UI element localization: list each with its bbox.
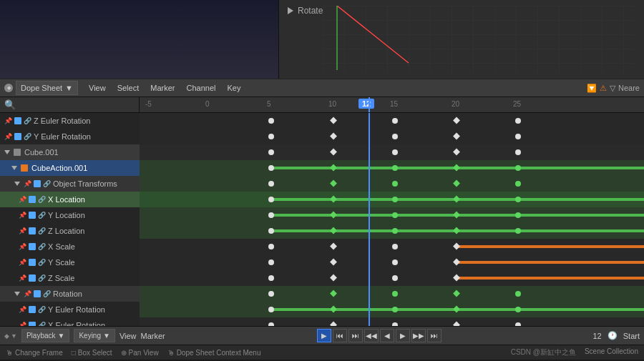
keyframe [330, 227, 337, 234]
menu-marker[interactable]: Marker [145, 82, 180, 94]
table-row: 📌 🔗 Z Scale [0, 270, 644, 286]
link-icon: 🔗 [24, 117, 31, 124]
cursor-line [369, 270, 370, 286]
keyframe [268, 244, 274, 249]
keyframe [268, 228, 274, 234]
pin-icon: 📌 [4, 117, 12, 124]
keyframe [392, 181, 398, 187]
row-label-y-scale: 📌 🔗 Y Scale [0, 254, 140, 270]
keyframe [453, 164, 460, 172]
bottom-right: 12 🕐 Start [593, 331, 640, 340]
ruler-left: 🔍 [0, 97, 140, 113]
next-frame-button[interactable]: ▶▶ [411, 329, 426, 342]
row-text: X Location [48, 195, 85, 204]
menu-channel[interactable]: Channel [181, 82, 220, 94]
keyframe [268, 165, 274, 171]
prev-frame-button[interactable]: ◀◀ [364, 329, 379, 342]
frame-counter: 12 [593, 332, 602, 340]
keyframe [392, 149, 398, 155]
keyframe [453, 306, 460, 313]
view-label[interactable]: View [119, 332, 137, 340]
keyframe [515, 165, 521, 171]
channel-x-euler-rot [140, 317, 644, 326]
cursor-line [369, 239, 370, 254]
prev-key-button[interactable]: ◀ [380, 329, 394, 342]
row-text: Z Location [48, 227, 84, 235]
table-row: 📌 🔗 Object Transforms [0, 176, 644, 192]
header-right: 🔽 ⚠ ▽ Neare [587, 84, 640, 93]
cursor-line [369, 160, 370, 176]
play-button[interactable]: ▶ [317, 329, 331, 342]
keyframe [330, 180, 337, 187]
keying-button[interactable]: Keying ▼ [74, 329, 114, 342]
playback-button[interactable]: Playback ▼ [21, 329, 69, 342]
link-icon: 🔗 [43, 290, 51, 297]
channel-z-location [140, 223, 644, 239]
ruler-num-15: 15 [390, 100, 398, 108]
header-bar: ◆ Dope Sheet ▼ View Select Marker Channe… [0, 79, 644, 97]
cursor-line [369, 192, 370, 207]
pan-view-label: Pan View [129, 349, 159, 357]
checkbox-icon [29, 212, 36, 219]
keyframe [268, 322, 274, 326]
checkbox-icon [34, 180, 41, 187]
link-icon: 🔗 [43, 180, 51, 187]
table-row: 📌 🔗 X Scale [0, 239, 644, 254]
keyframe [392, 291, 398, 297]
keyframe [392, 307, 398, 312]
menu-key[interactable]: Key [222, 82, 245, 94]
cursor-line [369, 302, 370, 317]
jump-end-button[interactable]: ⏭ [348, 329, 363, 342]
keyframe [453, 133, 460, 140]
clock-icon: 🕐 [608, 331, 618, 340]
pin-icon: 📌 [19, 196, 26, 203]
last-frame-button[interactable]: ⏭ [427, 329, 441, 342]
keyframe [392, 228, 398, 234]
keyframe [268, 181, 274, 187]
checkbox-icon [29, 259, 36, 266]
marker-label[interactable]: Marker [141, 332, 165, 340]
row-text: X Euler Rotation [48, 321, 105, 326]
ruler-num-5: 5 [267, 100, 271, 108]
orange-bar [457, 245, 644, 248]
keyframe [330, 149, 337, 156]
start-label: Start [623, 332, 640, 340]
status-right: CSDN @新缸中之鱼 Scene Collection [511, 347, 638, 357]
menu-select[interactable]: Select [112, 82, 145, 94]
box-icon: □ [72, 349, 76, 357]
link-icon: 🔗 [38, 212, 46, 219]
keyframe [392, 244, 398, 249]
keyframe [515, 181, 521, 187]
context-icon: 🖱 [167, 349, 175, 357]
keyframe [515, 149, 521, 155]
table-row: 📌 🔗 Y Scale [0, 254, 644, 270]
keyframe [268, 197, 274, 202]
row-label-x-location: 📌 🔗 X Location [0, 192, 140, 207]
link-icon: 🔗 [38, 306, 46, 313]
row-label-x-euler-rot: 📌 🔗 X Euler Rotation [0, 317, 140, 326]
channel-x-location [140, 192, 644, 207]
search-box-area[interactable]: 🔍 [4, 99, 139, 110]
mode-selector[interactable]: Dope Sheet ▼ [16, 81, 78, 95]
keyframe [330, 212, 337, 219]
keyframe [453, 212, 460, 219]
pin-icon: 📌 [19, 322, 26, 326]
menu-view[interactable]: View [84, 82, 111, 94]
keyframe [392, 259, 398, 265]
table-row: 📌 🔗 Z Euler Rotation [0, 113, 644, 129]
next-key-button[interactable]: ▶ [396, 329, 410, 342]
channel-cube001 [140, 144, 644, 160]
playback-chevron: ▼ [58, 332, 65, 340]
jump-start-button[interactable]: ⏮ [333, 329, 347, 342]
keyframe [330, 275, 337, 282]
tri-down-icon [14, 182, 20, 186]
current-frame-box: 12 [358, 99, 374, 109]
orange-bar [457, 277, 644, 280]
table-row: CubeAction.001 [0, 160, 644, 176]
keyframe [453, 227, 460, 234]
warn-icon: ⚠ [600, 84, 607, 93]
link-icon: 🔗 [38, 243, 46, 250]
status-box-select: □ Box Select [72, 349, 112, 357]
row-text: Z Scale [48, 274, 74, 282]
keyframe [268, 134, 274, 139]
